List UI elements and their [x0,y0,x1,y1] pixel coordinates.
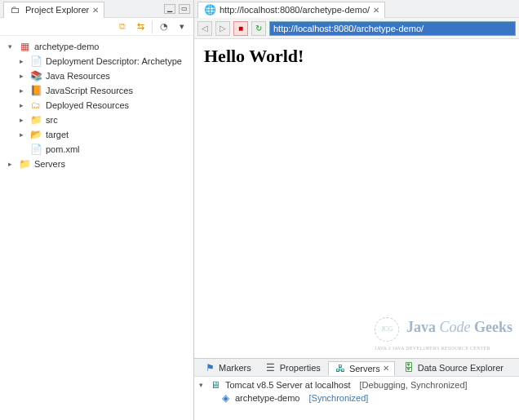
link-with-editor-icon[interactable]: ⇆ [134,20,147,33]
btab-label: Data Source Explorer [418,363,503,373]
expand-toggle-icon[interactable]: ▸ [16,86,26,95]
project-tree: ▾ ▦ archetype-demo ▸ 📄 Deployment Descri… [0,36,193,420]
tree-node-deployed[interactable]: ▸ 🗂 Deployed Resources [2,98,192,113]
data-source-icon: 🗄 [402,361,415,374]
java-resources-icon: 📚 [29,69,42,82]
expand-toggle-icon[interactable]: ▾ [196,380,206,390]
node-label: Deployed Resources [46,100,129,110]
browser-viewport: Hello World! JCG Java Code Geeks JAVA 2 … [194,39,519,358]
tree-node-dd[interactable]: ▸ 📄 Deployment Descriptor: Archetype [2,54,192,69]
expand-toggle-icon[interactable]: ▸ [5,159,15,169]
xml-file-icon: 📄 [29,143,42,156]
markers-icon: ⚑ [203,361,216,374]
bottom-panel: ⚑ Markers ☰ Properties 🖧 Servers ✕ 🗄 Dat… [194,358,519,420]
view-menu-icon[interactable]: ▾ [175,20,189,33]
node-label: src [46,115,58,125]
tree-node-project[interactable]: ▾ ▦ archetype-demo [2,39,192,54]
watermark-word: Java [406,319,436,335]
server-status: [Debugging, Synchronized] [360,380,468,390]
close-icon[interactable]: ✕ [92,6,99,15]
tree-node-src[interactable]: ▸ 📁 src [2,113,192,127]
tree-node-servers[interactable]: ▸ 📁 Servers [2,157,192,171]
deployed-icon: 🗂 [29,99,42,112]
explorer-toolbar: ⧉ ⇆ ◔ ▾ [0,18,193,36]
folder-icon: 📂 [29,128,42,141]
properties-icon: ☰ [264,361,277,374]
server-node[interactable]: ▾ 🖥 Tomcat v8.5 Server at localhost [Deb… [196,378,517,391]
expand-toggle-icon[interactable]: ▸ [16,56,26,66]
page-heading: Hello World! [204,46,509,67]
expand-toggle-icon[interactable]: ▸ [16,115,26,125]
globe-icon: 🌐 [203,3,216,16]
btab-label: Servers [349,364,380,374]
node-label: JavaScript Resources [46,86,133,95]
explorer-tab-bar: 🗀 Project Explorer ✕ ▁ ▭ [0,0,193,18]
close-icon[interactable]: ✕ [373,6,379,15]
node-label: pom.xml [46,144,80,154]
tree-node-pom[interactable]: ▸ 📄 pom.xml [2,142,192,157]
tree-node-java[interactable]: ▸ 📚 Java Resources [2,69,192,83]
btab-label: Properties [280,363,321,373]
project-explorer-view: 🗀 Project Explorer ✕ ▁ ▭ ⧉ ⇆ ◔ ▾ ▾ ▦ arc… [0,0,194,420]
folder-icon: 📁 [29,113,42,126]
tab-servers[interactable]: 🖧 Servers ✕ [328,361,395,376]
tab-label: Project Explorer [25,5,89,15]
tree-node-target[interactable]: ▸ 📂 target [2,127,192,142]
module-name: archetype-demo [235,393,300,403]
btab-label: Markers [219,363,251,373]
close-icon[interactable]: ✕ [383,364,389,373]
forward-button[interactable]: ▷ [215,21,230,36]
server-name: Tomcat v8.5 Server at localhost [225,380,350,390]
separator [152,20,153,33]
descriptor-icon: 📄 [29,55,42,68]
node-label: target [46,130,69,139]
tab-browser[interactable]: 🌐 http://localhost:8080/archetype-demo/ … [197,2,385,18]
watermark-word: Geeks [474,319,512,335]
js-resources-icon: 📙 [29,84,42,97]
tab-project-explorer[interactable]: 🗀 Project Explorer ✕ [3,2,104,18]
watermark: JCG Java Code Geeks JAVA 2 JAVA DEVELOPE… [375,317,512,351]
tab-label: http://localhost:8080/archetype-demo/ [220,5,370,15]
tab-markers[interactable]: ⚑ Markers [197,360,257,375]
folder-icon: 📁 [18,157,31,170]
editor-area: 🌐 http://localhost:8080/archetype-demo/ … [194,0,519,420]
minimize-icon[interactable]: ▁ [164,4,175,14]
tab-properties[interactable]: ☰ Properties [259,360,326,375]
server-module-node[interactable]: ◈ archetype-demo [Synchronized] [196,391,517,405]
module-status: [Synchronized] [309,393,369,403]
maximize-icon[interactable]: ▭ [179,4,190,14]
focus-icon[interactable]: ◔ [157,20,171,33]
servers-view: ▾ 🖥 Tomcat v8.5 Server at localhost [Deb… [194,377,519,420]
servers-icon: 🖧 [334,362,347,375]
bottom-tab-bar: ⚑ Markers ☰ Properties 🖧 Servers ✕ 🗄 Dat… [194,359,519,377]
project-explorer-icon: 🗀 [9,3,22,16]
node-label: Java Resources [46,71,110,81]
collapse-all-icon[interactable]: ⧉ [116,20,129,33]
stop-button[interactable]: ■ [233,21,248,36]
watermark-subtitle: JAVA 2 JAVA DEVELOPERS RESOURCE CENTER [375,346,490,351]
expand-toggle-icon[interactable]: ▸ [16,100,26,110]
browser-toolbar: ◁ ▷ ■ ↻ [194,18,519,39]
expand-toggle-icon[interactable]: ▸ [16,130,26,139]
node-label: Deployment Descriptor: Archetype [46,56,182,66]
node-label: archetype-demo [34,42,100,51]
server-icon: 🖥 [209,378,222,391]
tab-data-source-explorer[interactable]: 🗄 Data Source Explorer [397,360,509,375]
node-label: Servers [34,159,65,169]
watermark-word: Code [440,319,471,335]
tree-node-js[interactable]: ▸ 📙 JavaScript Resources [2,83,192,98]
module-icon: ◈ [219,391,232,405]
web-project-icon: ▦ [18,40,31,53]
url-input[interactable] [269,21,516,36]
editor-tab-bar: 🌐 http://localhost:8080/archetype-demo/ … [194,0,519,18]
expand-toggle-icon[interactable]: ▾ [5,42,15,51]
back-button[interactable]: ◁ [197,21,212,36]
refresh-button[interactable]: ↻ [251,21,266,36]
watermark-logo-icon: JCG [375,317,399,342]
expand-toggle-icon[interactable]: ▸ [16,71,26,81]
